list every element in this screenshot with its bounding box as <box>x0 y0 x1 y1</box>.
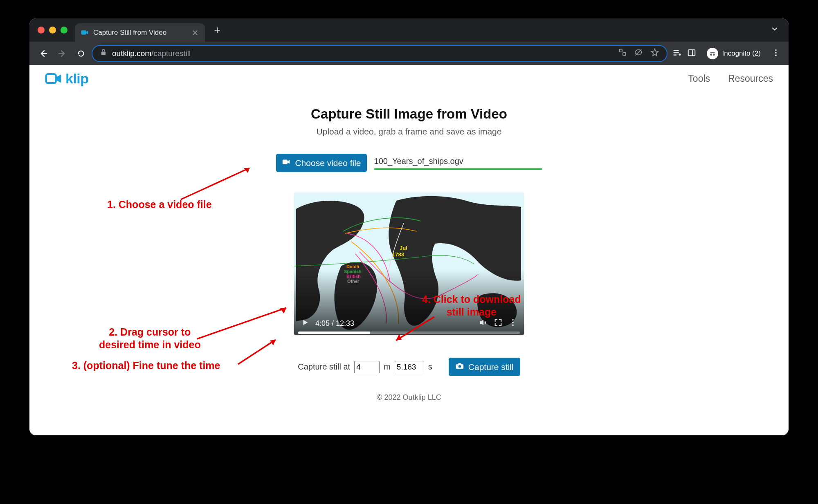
play-button[interactable] <box>301 318 310 329</box>
svg-rect-14 <box>283 160 288 164</box>
site-header: klip Tools Resources <box>29 65 789 92</box>
video-more-button[interactable] <box>508 318 517 329</box>
lock-icon <box>100 49 107 58</box>
seconds-unit: s <box>428 362 432 372</box>
file-row: Choose video file 100_Years_of_ships.ogv <box>29 154 789 172</box>
incognito-indicator[interactable]: Incognito (2) <box>702 46 766 61</box>
svg-point-19 <box>458 365 461 367</box>
nav-link-resources[interactable]: Resources <box>728 73 773 84</box>
choose-video-label: Choose video file <box>295 158 361 168</box>
url-text: outklip.com/capturestill <box>112 49 191 58</box>
svg-rect-4 <box>622 53 625 56</box>
camera-icon <box>455 361 464 372</box>
video-overlay-month: Jul <box>400 245 407 251</box>
address-bar[interactable]: outklip.com/capturestill <box>92 45 667 62</box>
reload-button[interactable] <box>73 45 89 62</box>
annotation-3-arrow <box>234 336 283 368</box>
upload-progress-bar <box>374 168 542 170</box>
capture-still-button[interactable]: Capture still <box>449 358 520 376</box>
svg-point-9 <box>712 54 715 56</box>
svg-rect-3 <box>619 49 622 52</box>
video-overlay-year: 1783 <box>392 251 404 258</box>
capture-label: Capture still at <box>298 362 350 372</box>
logo-text: klip <box>65 71 89 87</box>
annotation-2: 2. Drag cursor to desired time in video <box>99 326 201 352</box>
kebab-menu-icon[interactable] <box>771 48 780 59</box>
side-panel-icon[interactable] <box>687 48 696 59</box>
new-tab-button[interactable]: + <box>210 23 225 38</box>
video-camera-icon <box>282 157 291 168</box>
hero: Capture Still Image from Video Upload a … <box>29 106 789 137</box>
back-button[interactable] <box>35 45 52 62</box>
volume-button[interactable] <box>478 318 488 329</box>
page-title: Capture Still Image from Video <box>29 106 789 122</box>
capture-button-label: Capture still <box>468 362 514 372</box>
svg-line-22 <box>197 308 286 339</box>
browser-right-utils: Incognito (2) <box>670 46 783 61</box>
page-subtitle: Upload a video, grab a frame and save as… <box>29 127 789 137</box>
bookmark-star-icon[interactable] <box>650 48 659 59</box>
seconds-input[interactable] <box>395 361 424 373</box>
annotation-4-arrow <box>390 314 439 346</box>
svg-marker-1 <box>78 53 80 55</box>
nav-links: Tools Resources <box>688 73 773 84</box>
tab-close-button[interactable] <box>191 29 199 37</box>
footer-copyright: © 2022 Outklip LLC <box>29 393 789 402</box>
minutes-unit: m <box>384 362 391 372</box>
svg-point-8 <box>710 54 712 56</box>
window-close-button[interactable] <box>38 27 45 34</box>
logo-icon <box>45 71 63 87</box>
address-bar-actions <box>618 48 659 59</box>
tab-overflow-button[interactable] <box>771 25 783 36</box>
svg-rect-0 <box>81 30 86 35</box>
svg-point-12 <box>775 54 777 56</box>
eye-off-icon[interactable] <box>634 48 643 59</box>
video-seek-fill <box>298 332 370 334</box>
tab-favicon-icon <box>81 28 89 37</box>
svg-point-17 <box>512 322 514 323</box>
svg-point-16 <box>512 319 514 320</box>
minutes-input[interactable] <box>354 361 380 373</box>
window-controls <box>35 27 75 34</box>
svg-rect-13 <box>46 74 56 83</box>
file-info: 100_Years_of_ships.ogv <box>374 157 542 170</box>
site-logo[interactable]: klip <box>45 71 89 87</box>
translate-icon[interactable] <box>618 48 627 58</box>
incognito-icon <box>707 48 718 59</box>
filename-text: 100_Years_of_ships.ogv <box>374 157 542 166</box>
choose-video-button[interactable]: Choose video file <box>276 154 366 172</box>
browser-tab[interactable]: Capture Still from Video <box>75 23 205 42</box>
svg-line-24 <box>238 340 276 364</box>
svg-point-18 <box>512 324 514 326</box>
svg-line-20 <box>181 168 249 199</box>
window-minimize-button[interactable] <box>49 27 56 34</box>
incognito-label: Incognito (2) <box>722 49 761 58</box>
annotation-1-arrow <box>169 161 258 202</box>
svg-rect-6 <box>688 49 695 56</box>
browser-window: Capture Still from Video + outklip.com/c… <box>29 18 789 435</box>
browser-toolbar: outklip.com/capturestill <box>29 42 789 65</box>
reading-list-icon[interactable] <box>672 48 681 59</box>
fullscreen-button[interactable] <box>494 318 503 329</box>
tab-title: Capture Still from Video <box>93 29 166 37</box>
legend-dutch: Dutch <box>346 264 359 269</box>
video-time-label: 4:05 / 12:33 <box>315 319 354 328</box>
forward-button[interactable] <box>54 45 70 62</box>
nav-link-tools[interactable]: Tools <box>688 73 710 84</box>
svg-marker-23 <box>280 308 286 314</box>
svg-point-10 <box>775 49 777 51</box>
window-fullscreen-button[interactable] <box>61 27 67 34</box>
annotation-3: 3. (optional) Fine tune the time <box>72 359 220 372</box>
svg-point-11 <box>775 52 777 54</box>
svg-rect-2 <box>101 52 106 55</box>
page-content: klip Tools Resources Capture Still Image… <box>29 65 789 435</box>
svg-line-26 <box>396 317 434 340</box>
window-titlebar: Capture Still from Video + <box>29 18 789 42</box>
